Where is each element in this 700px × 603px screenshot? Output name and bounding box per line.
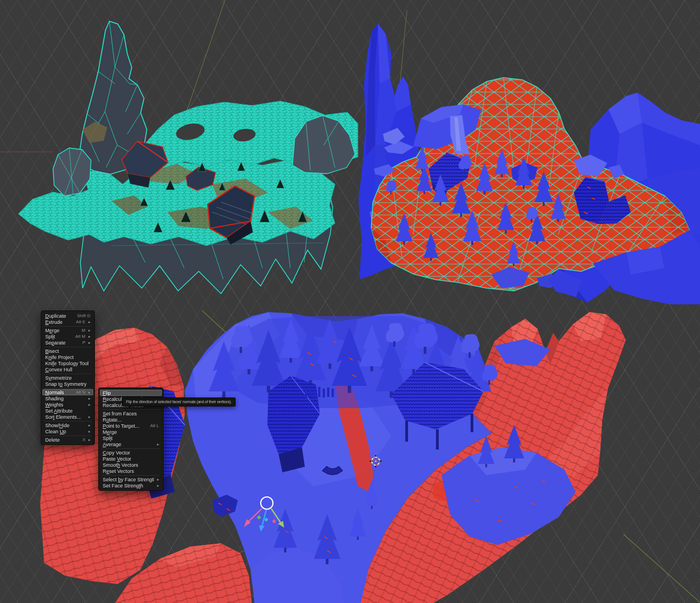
- menu-item-label: Merge: [45, 328, 79, 333]
- menu-item-label: Set from Faces: [103, 411, 159, 417]
- submenu-arrow-icon: ▸: [156, 484, 159, 488]
- submenu-arrow-icon: ▸: [88, 328, 90, 333]
- context-menu-separator: [44, 347, 92, 347]
- blender-viewport[interactable]: DuplicateShift DExtrudeAlt E▸MergeM▸Spli…: [0, 0, 700, 603]
- context-menu-item-separate[interactable]: SeparateP▸: [41, 339, 94, 346]
- submenu-arrow-icon: ▸: [88, 429, 90, 434]
- menu-item-label: Extrude: [45, 319, 74, 325]
- context-menu-item-clean-up[interactable]: Clean Up▸: [41, 428, 94, 434]
- normals-submenu-item-paste-vector[interactable]: Paste Vector: [99, 456, 163, 462]
- normals-submenu-separator: [102, 475, 160, 476]
- menu-item-label: Knife Project: [45, 355, 90, 360]
- menu-item-label: Select by Face Strength: [103, 477, 154, 482]
- shortcut-label: Alt N: [76, 390, 85, 395]
- rock-boulder: [53, 148, 91, 196]
- context-menu-item-extrude[interactable]: ExtrudeAlt E▸: [41, 319, 94, 325]
- tooltip-text: Flip the direction of selected faces' no…: [126, 400, 232, 404]
- submenu-arrow-icon: ▸: [88, 341, 90, 345]
- mesh-context-menu: DuplicateShift DExtrudeAlt E▸MergeM▸Spli…: [41, 310, 95, 445]
- menu-item-label: Set Face Strength: [103, 483, 154, 489]
- context-menu-separator: [44, 436, 92, 436]
- menu-item-label: Rotate...: [103, 417, 159, 423]
- context-menu-item-convex-hull[interactable]: Convex Hull: [41, 366, 94, 372]
- menu-item-label: Reset Vectors: [103, 468, 159, 474]
- shortcut-label: Shift D: [77, 313, 90, 318]
- menu-item-label: Clean Up: [45, 429, 85, 434]
- menu-item-label: Split: [45, 334, 73, 339]
- normals-submenu-item-average[interactable]: Average▸: [99, 441, 163, 447]
- menu-item-label: Duplicate: [45, 313, 75, 319]
- context-menu-item-delete[interactable]: DeleteX▸: [41, 437, 94, 443]
- menu-item-label: Knife Topology Tool: [45, 361, 90, 366]
- normals-submenu-item-select-by-face-strength[interactable]: Select by Face Strength▸: [99, 476, 163, 482]
- context-menu-item-shading[interactable]: Shading▸: [41, 395, 94, 401]
- menu-item-label: Flip: [103, 390, 159, 396]
- menu-item-label: Point to Target...: [103, 423, 148, 429]
- context-menu-item-bisect[interactable]: Bisect: [41, 348, 94, 354]
- context-menu-item-normals[interactable]: NormalsAlt N▸: [42, 389, 93, 395]
- menu-item-label: Normals: [45, 390, 74, 395]
- menu-item-label: Separate: [45, 340, 80, 346]
- menu-item-label: Paste Vector: [103, 456, 159, 462]
- normals-submenu-item-set-from-faces[interactable]: Set from Faces: [99, 410, 163, 417]
- submenu-arrow-icon: ▸: [88, 438, 90, 442]
- menu-item-label: Delete: [45, 437, 80, 443]
- submenu-arrow-icon: ▸: [88, 403, 90, 407]
- normals-submenu-item-split[interactable]: Split: [99, 435, 163, 441]
- menu-item-label: Snap to Symmetry: [45, 381, 90, 387]
- submenu-arrow-icon: ▸: [156, 442, 159, 447]
- normals-submenu-item-flip[interactable]: Flip: [100, 390, 162, 396]
- context-menu-item-show-hide[interactable]: Show/Hide▸: [41, 422, 94, 428]
- context-menu-separator: [44, 388, 92, 389]
- submenu-arrow-icon: ▸: [88, 423, 90, 428]
- menu-item-label: Weights: [45, 402, 85, 408]
- normals-submenu-item-point-to-target[interactable]: Point to Target...Alt L: [99, 423, 163, 429]
- shortcut-label: Alt E: [76, 319, 85, 324]
- normals-submenu-item-set-face-strength[interactable]: Set Face Strength▸: [99, 482, 163, 489]
- submenu-arrow-icon: ▸: [88, 415, 90, 419]
- submenu-arrow-icon: ▸: [88, 320, 90, 324]
- shortcut-label: Alt M: [75, 334, 85, 339]
- context-menu-item-symmetrize[interactable]: Symmetrize: [41, 375, 94, 381]
- menu-item-label: Copy Vector: [103, 450, 159, 456]
- menu-item-label: Convex Hull: [45, 367, 90, 372]
- submenu-arrow-icon: ▸: [88, 396, 90, 401]
- axis-line-y-green-topleft: [184, 0, 225, 118]
- context-menu-item-merge[interactable]: MergeM▸: [41, 327, 94, 333]
- menu-item-label: Average: [103, 442, 154, 447]
- context-menu-item-snap-to-symmetry[interactable]: Snap to Symmetry: [41, 381, 94, 387]
- context-menu-item-split[interactable]: SplitAlt M▸: [41, 333, 94, 339]
- context-menu-item-knife-project[interactable]: Knife Project: [41, 354, 94, 360]
- menu-item-label: Smooth Vectors: [103, 462, 159, 468]
- face-orientation-top-scene: [358, 23, 700, 304]
- viewport-canvas[interactable]: [0, 0, 700, 603]
- submenu-arrow-icon: ▸: [88, 334, 90, 339]
- flip-tooltip: Flip the direction of selected faces' no…: [122, 398, 236, 406]
- wireframe-scene: [18, 21, 358, 294]
- context-menu-item-knife-topology-tool[interactable]: Knife Topology Tool: [41, 360, 94, 366]
- submenu-arrow-icon: ▸: [88, 390, 90, 395]
- context-menu-item-duplicate[interactable]: DuplicateShift D: [41, 313, 94, 319]
- context-menu-item-sort-elements[interactable]: Sort Elements...▸: [41, 414, 94, 420]
- normals-submenu-item-smooth-vectors[interactable]: Smooth Vectors: [99, 462, 163, 468]
- normals-submenu-item-reset-vectors[interactable]: Reset Vectors: [99, 468, 163, 474]
- menu-item-label: Symmetrize: [45, 375, 90, 381]
- normals-submenu-item-copy-vector[interactable]: Copy Vector: [99, 449, 163, 456]
- menu-item-label: Bisect: [45, 348, 90, 354]
- context-menu-separator: [44, 421, 92, 422]
- menu-item-label: Merge: [103, 429, 159, 435]
- normals-submenu-item-rotate[interactable]: Rotate...: [99, 417, 163, 423]
- axis-line-y-green-bottomright: [624, 534, 700, 602]
- shortcut-label: M: [81, 328, 85, 333]
- submenu-arrow-icon: ▸: [156, 477, 159, 482]
- shortcut-label: Alt L: [150, 423, 159, 428]
- menu-item-label: Show/Hide: [45, 423, 85, 428]
- menu-item-label: Sort Elements...: [45, 414, 85, 420]
- context-menu-item-set-attribute[interactable]: Set Attribute: [41, 408, 94, 414]
- shortcut-label: X: [83, 437, 85, 442]
- context-menu-item-weights[interactable]: Weights▸: [41, 401, 94, 408]
- menu-item-label: Set Attribute: [45, 408, 90, 414]
- normals-submenu-item-merge[interactable]: Merge: [99, 429, 163, 435]
- context-menu-separator: [44, 326, 92, 327]
- normals-submenu-separator: [102, 409, 160, 410]
